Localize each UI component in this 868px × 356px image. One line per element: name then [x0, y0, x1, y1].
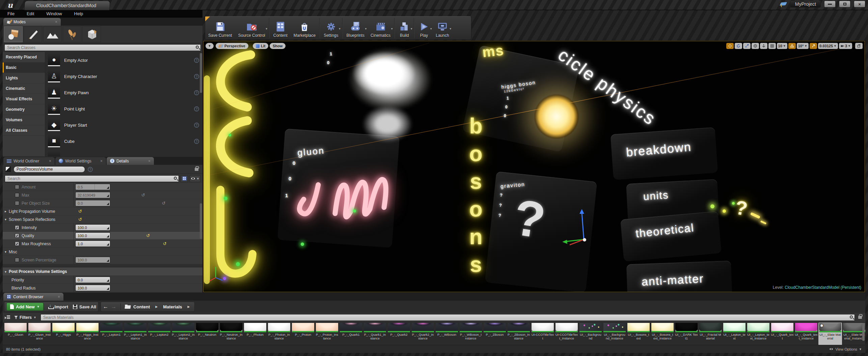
menu-file[interactable]: File: [3, 10, 19, 17]
asset-tile[interactable]: P_-_Quark2: [387, 323, 411, 345]
asset-tile[interactable]: P_-_Higgs_Instance: [76, 323, 99, 345]
sources-panel-icon[interactable]: [5, 315, 10, 320]
breadcrumb-arrow-icon[interactable]: ▶: [188, 305, 190, 308]
mode-foliage-button[interactable]: [63, 26, 81, 42]
cinematics-button[interactable]: Cinematics ▼: [368, 17, 394, 40]
asset-tile[interactable]: ✱ UI_-_Slate Material: [818, 323, 842, 345]
level-value[interactable]: CloudChamberStandardModel (Persistent): [785, 285, 861, 290]
scale-snap-toggle-button[interactable]: [810, 43, 817, 49]
asset-tile[interactable]: UI-CCOTitleText_Instance: [555, 323, 578, 345]
intensity-checkbox[interactable]: ✓: [15, 225, 19, 230]
breadcrumb-materials[interactable]: Materials: [163, 304, 182, 309]
placeable-item[interactable]: ☀ Point Light ?: [45, 101, 202, 117]
per-object-size-checkbox[interactable]: [15, 201, 19, 205]
chevron-down-icon[interactable]: ▼: [390, 27, 393, 30]
save-all-button[interactable]: Save All: [73, 304, 96, 309]
reset-to-default-icon[interactable]: ↺: [78, 209, 82, 214]
chevron-down-icon[interactable]: ▼: [449, 27, 452, 30]
marketplace-button[interactable]: Marketplace: [291, 17, 319, 40]
asset-tile[interactable]: P_-_WBoson_Instance: [459, 323, 483, 345]
scale-tool-button[interactable]: [743, 43, 751, 49]
screen-percentage-value[interactable]: 100.0: [75, 257, 110, 263]
tab-details[interactable]: i Details ×: [107, 157, 154, 165]
asset-tile[interactable]: P_-_Quark1: [339, 323, 363, 345]
asset-tile[interactable]: P_-_Lepton2: [147, 323, 171, 345]
modes-scrollbar[interactable]: [200, 53, 202, 93]
tab-world-settings[interactable]: World Settings ×: [55, 157, 106, 165]
asset-tile[interactable]: P_-_Photon: [243, 323, 267, 345]
screen-percentage-checkbox[interactable]: [15, 258, 19, 262]
move-tool-button[interactable]: [726, 43, 734, 49]
play-button[interactable]: Play ▼: [415, 17, 433, 40]
blend-radius-value[interactable]: 100.0: [75, 285, 110, 291]
asset-tile[interactable]: P_-_Quark2_Instance: [411, 323, 435, 345]
asset-tile[interactable]: UI_-_Lepton_text_Instance: [747, 323, 770, 345]
category-item[interactable]: Volumes: [3, 115, 45, 125]
placeable-item[interactable]: ♙ Empty Character ?: [45, 68, 202, 84]
details-search-input[interactable]: [5, 175, 179, 182]
close-icon[interactable]: ×: [49, 159, 51, 163]
reset-to-default-icon[interactable]: ↺: [141, 193, 145, 198]
actor-name-input[interactable]: [13, 166, 85, 173]
asset-tile[interactable]: UI_-_Background_Instance: [603, 323, 626, 345]
quality-checkbox[interactable]: ✓: [15, 233, 19, 238]
source-control-button[interactable]: Source Control ▼: [235, 17, 268, 40]
asset-tile[interactable]: P_-_Photon_Instance: [267, 323, 291, 345]
intensity-value[interactable]: 100.0: [75, 224, 110, 231]
filters-button[interactable]: Filters ▼: [12, 315, 38, 320]
help-icon[interactable]: ?: [194, 58, 199, 63]
placeable-item[interactable]: ■ Cube ?: [45, 133, 202, 149]
chevron-down-icon[interactable]: ▼: [338, 27, 341, 30]
surface-snapping-button[interactable]: [760, 43, 767, 49]
asset-tile[interactable]: P_-_Proton_Instance: [315, 323, 339, 345]
forward-button[interactable]: →: [111, 304, 116, 310]
priority-value[interactable]: 0.0: [75, 277, 110, 283]
asset-tile[interactable]: UI_-_Fractal Material: [699, 323, 722, 345]
chevron-down-icon[interactable]: ▼: [410, 27, 413, 30]
asset-tile[interactable]: P_-_WBoson: [435, 323, 459, 345]
perspective-button[interactable]: Perspective: [216, 43, 248, 49]
scale-snap-value[interactable]: 0.03125▼: [818, 43, 838, 49]
section-post-process-volume-settings[interactable]: ▾ Post Process Volume Settings: [3, 267, 202, 276]
asset-tile[interactable]: UI_-_Lepton_text: [723, 323, 746, 345]
asset-tile[interactable]: P_-_Lepton1_Instance: [124, 323, 147, 345]
menu-window[interactable]: Window: [42, 10, 66, 17]
close-icon[interactable]: ×: [148, 159, 151, 163]
expander-collapsed-icon[interactable]: ▸: [5, 209, 9, 213]
category-light-propagation-volume[interactable]: ▸ Light Propagation Volume ↺: [3, 207, 202, 215]
rotate-tool-button[interactable]: [735, 43, 742, 49]
help-icon[interactable]: ?: [194, 90, 199, 95]
minimize-button[interactable]: [824, 1, 836, 7]
placeable-item[interactable]: ● Empty Actor ?: [45, 52, 202, 68]
viewport-options-button[interactable]: ▼: [206, 43, 214, 49]
asset-tile[interactable]: P_-_Quark1_Instance: [363, 323, 387, 345]
tab-modes[interactable]: Modes ×: [3, 18, 61, 26]
asset-tile[interactable]: P_-_Lepton2_Instance: [171, 323, 195, 345]
asset-tile[interactable]: UI_-_DARK Text1: [675, 323, 698, 345]
asset-tile[interactable]: P_-_Neutron_Instance: [219, 323, 243, 345]
transform-gizmo[interactable]: [560, 208, 597, 246]
maximize-viewport-button[interactable]: [855, 43, 863, 49]
menu-help[interactable]: Help: [70, 10, 88, 17]
asset-tile[interactable]: P_-_Lepton1: [100, 323, 123, 345]
launch-button[interactable]: Launch ▼: [433, 17, 452, 40]
asset-tile[interactable]: P_-_Neutron: [195, 323, 219, 345]
rotation-snap-value[interactable]: 10°▼: [797, 43, 809, 49]
expander-expanded-icon[interactable]: ▾: [5, 218, 9, 221]
asset-tile[interactable]: P_-_ZBoson_Instance: [507, 323, 531, 345]
import-button[interactable]: Import: [48, 304, 68, 309]
help-icon[interactable]: ?: [194, 123, 199, 128]
amount-value[interactable]: 0.5: [75, 184, 110, 190]
property-matrix-button[interactable]: [181, 175, 188, 182]
reset-to-default-icon[interactable]: ↺: [162, 201, 165, 206]
build-button[interactable]: Build ▼: [396, 17, 413, 40]
category-item[interactable]: Basic: [3, 62, 45, 73]
help-icon[interactable]: ?: [194, 74, 199, 79]
mode-landscape-button[interactable]: [43, 26, 62, 42]
category-item[interactable]: Lights: [3, 73, 45, 83]
close-icon[interactable]: ×: [58, 295, 60, 299]
max-checkbox[interactable]: [15, 193, 19, 197]
asset-tile[interactable]: UI_-_Quark_text: [770, 323, 794, 345]
close-icon[interactable]: ×: [55, 20, 57, 24]
quality-value[interactable]: 100.0: [75, 232, 110, 239]
